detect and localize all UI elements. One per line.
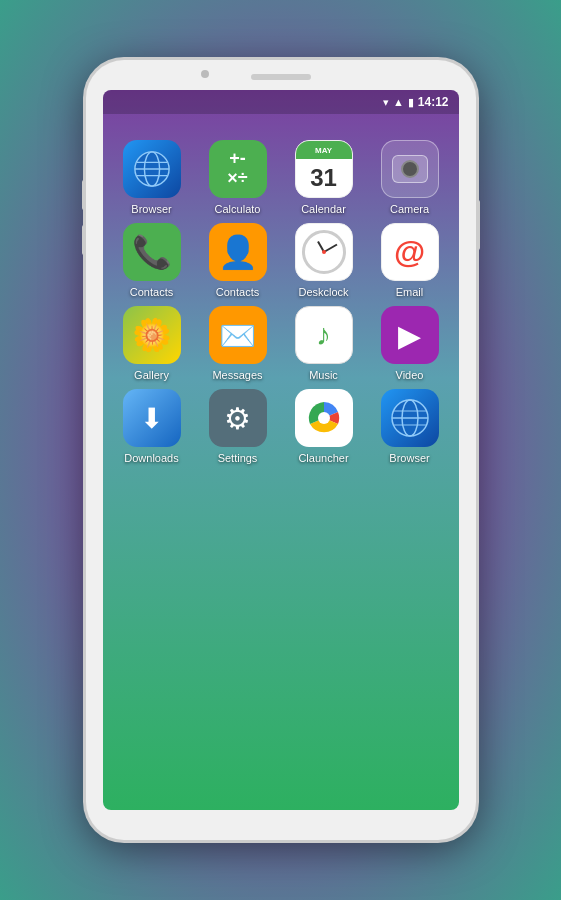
- app-deskclock[interactable]: Deskclock: [283, 223, 365, 298]
- app-music[interactable]: ♪ Music: [283, 306, 365, 381]
- status-bar: ▾ ▲ ▮ 14:12: [103, 90, 459, 114]
- app-calendar-label: Calendar: [301, 203, 346, 215]
- app-messages[interactable]: ✉️ Messages: [197, 306, 279, 381]
- app-gallery[interactable]: 🌼 Gallery: [111, 306, 193, 381]
- status-time: 14:12: [418, 95, 449, 109]
- app-camera-label: Camera: [390, 203, 429, 215]
- phone-frame: ▾ ▲ ▮ 14:12 Browse: [86, 60, 476, 840]
- app-music-label: Music: [309, 369, 338, 381]
- svg-point-6: [318, 412, 330, 424]
- app-email[interactable]: @ Email: [369, 223, 451, 298]
- app-video-label: Video: [396, 369, 424, 381]
- app-browser2[interactable]: Browser: [369, 389, 451, 464]
- wifi-icon: ▾: [383, 96, 389, 109]
- volume-down-button[interactable]: [82, 225, 86, 255]
- app-contacts-green-label: Contacts: [130, 286, 173, 298]
- signal-icon: ▲: [393, 96, 404, 108]
- app-deskclock-label: Deskclock: [298, 286, 348, 298]
- app-settings-label: Settings: [218, 452, 258, 464]
- phone-screen: ▾ ▲ ▮ 14:12 Browse: [103, 90, 459, 810]
- app-calendar[interactable]: MAY 31 Calendar: [283, 140, 365, 215]
- app-contacts-orange-label: Contacts: [216, 286, 259, 298]
- apps-grid: Browser +-×÷ Calculato MAY 31: [103, 124, 459, 480]
- app-calculator-label: Calculato: [215, 203, 261, 215]
- phone-camera: [201, 70, 209, 78]
- app-clauncher-label: Clauncher: [298, 452, 348, 464]
- app-browser1[interactable]: Browser: [111, 140, 193, 215]
- app-contacts-green[interactable]: 📞 Contacts: [111, 223, 193, 298]
- app-settings[interactable]: ⚙ Settings: [197, 389, 279, 464]
- app-contacts-orange[interactable]: 👤 Contacts: [197, 223, 279, 298]
- power-button[interactable]: [476, 200, 480, 250]
- app-calculator[interactable]: +-×÷ Calculato: [197, 140, 279, 215]
- volume-up-button[interactable]: [82, 180, 86, 210]
- app-gallery-label: Gallery: [134, 369, 169, 381]
- app-messages-label: Messages: [212, 369, 262, 381]
- app-downloads[interactable]: ⬇ Downloads: [111, 389, 193, 464]
- app-browser1-label: Browser: [131, 203, 171, 215]
- app-browser2-label: Browser: [389, 452, 429, 464]
- app-downloads-label: Downloads: [124, 452, 178, 464]
- app-camera[interactable]: Camera: [369, 140, 451, 215]
- app-video[interactable]: ▶ Video: [369, 306, 451, 381]
- phone-speaker: [251, 74, 311, 80]
- battery-icon: ▮: [408, 96, 414, 109]
- app-email-label: Email: [396, 286, 424, 298]
- app-clauncher[interactable]: Clauncher: [283, 389, 365, 464]
